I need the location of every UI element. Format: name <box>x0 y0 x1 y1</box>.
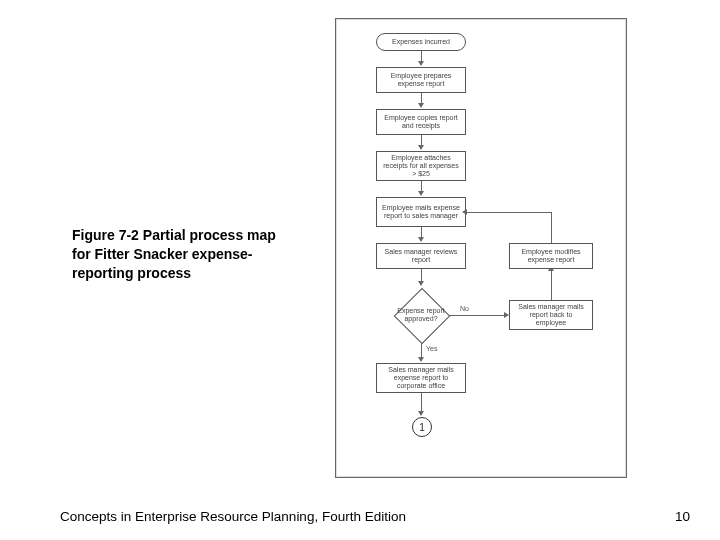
figure-caption: Figure 7-2 Partial process map for Fitte… <box>72 226 292 283</box>
start-terminator: Expenses incurred <box>376 33 466 51</box>
arrow-icon <box>418 357 424 362</box>
arrow-icon <box>418 411 424 416</box>
flowchart-panel: Expenses incurred Employee prepares expe… <box>335 18 627 478</box>
process-manager-review: Sales manager reviews report <box>376 243 466 269</box>
process-mail-to-manager: Employee mails expense report to sales m… <box>376 197 466 227</box>
label-yes: Yes <box>426 345 437 352</box>
footer-book-title: Concepts in Enterprise Resource Planning… <box>60 509 406 524</box>
process-employee-modifies: Employee modifies expense report <box>509 243 593 269</box>
arrow-icon <box>462 209 467 215</box>
arrow-icon <box>418 237 424 242</box>
arrow-icon <box>418 61 424 66</box>
arrow-icon <box>418 145 424 150</box>
arrow-icon <box>418 103 424 108</box>
process-mail-back: Sales manager mails report back to emplo… <box>509 300 593 330</box>
process-mail-corporate: Sales manager mails expense report to co… <box>376 363 466 393</box>
off-page-connector: 1 <box>412 417 432 437</box>
flowchart: Expenses incurred Employee prepares expe… <box>336 19 626 477</box>
process-copy-receipts: Employee copies report and receipts <box>376 109 466 135</box>
arrow-icon <box>418 191 424 196</box>
label-no: No <box>460 305 469 312</box>
arrow-icon <box>418 281 424 286</box>
process-attach-receipts: Employee attaches receipts for all expen… <box>376 151 466 181</box>
process-prepare-report: Employee prepares expense report <box>376 67 466 93</box>
decision-approved: Expense report approved? <box>393 287 449 343</box>
page-number: 10 <box>675 509 690 524</box>
